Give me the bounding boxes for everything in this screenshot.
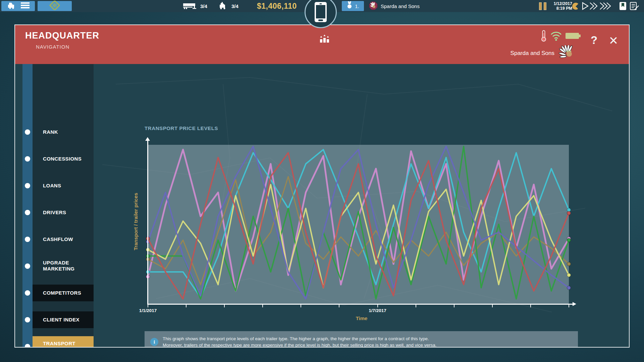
sidebar-item-drivers[interactable]: DRIVERS [33, 204, 94, 221]
x-tick [262, 304, 263, 307]
header-company-name: Sparda and Sons [511, 50, 554, 57]
notes-button[interactable] [629, 2, 639, 12]
x-tick-label: 1/1/2017 [139, 308, 157, 313]
series-endpoint-dot [567, 262, 571, 266]
window-title: HEADQUARTER [25, 31, 99, 41]
x-axis [147, 304, 573, 305]
fastest-forward-button[interactable] [599, 2, 612, 11]
help-button[interactable]: ? [587, 34, 601, 49]
sidebar-dot [25, 237, 30, 242]
fast-forward-button[interactable] [589, 2, 599, 11]
window-subtitle: NAVIGATION [36, 44, 69, 50]
sidebar-item-loans[interactable]: LOANS [33, 177, 94, 194]
series-endpoint-dot [567, 211, 571, 215]
game-datetime: 1/12/2017 8:19 PM [550, 1, 572, 11]
stats-podium-icon [319, 35, 331, 45]
chart-title: TRANSPORT PRICE LEVELS [145, 125, 218, 131]
sidebar-item-concessions[interactable]: CONCESSIONS [33, 150, 94, 167]
truck-icon [7, 2, 18, 10]
truck-cab-icon [218, 2, 229, 11]
wifi-icon [550, 31, 562, 42]
sidebar-dot [25, 317, 30, 322]
play-button[interactable] [582, 2, 589, 11]
x-tick [569, 304, 569, 307]
x-tick [454, 304, 454, 307]
close-button[interactable]: ✕ [606, 34, 621, 49]
x-tick [224, 304, 225, 307]
sidebar-item-cashflow[interactable]: CASHFLOW [33, 231, 94, 248]
medal-icon [346, 1, 353, 11]
truck-count-value: 3/4 [231, 3, 238, 9]
y-axis [147, 140, 148, 304]
y-axis-arrow [145, 137, 150, 141]
x-tick-label: 1/7/2017 [369, 308, 386, 313]
sidebar-item-client-index[interactable]: CLIENT INDEX [33, 311, 94, 328]
status-icons [540, 30, 581, 43]
battery-icon [565, 32, 581, 42]
sidebar-dot [25, 290, 30, 296]
sidebar-item-competitors[interactable]: COMPETITORS [33, 285, 94, 301]
phone-icon [315, 2, 327, 22]
info-line-2: Moreover, trailers of the respective typ… [163, 342, 436, 347]
window-content: RANK CONCESSIONS LOANS DRIVERS CASHFLOW … [15, 64, 629, 347]
rank-value: 1. [355, 3, 359, 9]
x-tick [530, 304, 531, 307]
game-date: 1/12/2017 [550, 1, 572, 6]
series-line-reefer [148, 149, 569, 297]
sidebar-dot [25, 156, 30, 162]
x-tick [301, 304, 301, 307]
temperature-icon [540, 30, 547, 43]
headquarter-window: HEADQUARTER NAVIGATION ? ✕ Sparda and So… [14, 24, 630, 348]
series-endpoint-dot [567, 273, 571, 277]
money-balance: $1,406,110 [257, 0, 297, 12]
series-line-car [148, 153, 569, 299]
trailer-count-value: 3/4 [200, 3, 207, 9]
fleet-menu-button[interactable] [1, 1, 35, 11]
sidebar-dot [25, 263, 30, 269]
bookmark-button[interactable] [619, 2, 627, 12]
sidebar-item-rank[interactable]: RANK [33, 124, 94, 140]
sidebar-dot [25, 210, 30, 215]
price-level-lines [148, 145, 569, 304]
header-company: Sparda and Sons [511, 45, 575, 61]
x-tick [377, 304, 378, 307]
x-tick [492, 304, 493, 307]
info-line-1: This graph shows the transport price lev… [163, 336, 436, 342]
x-tick [186, 304, 186, 307]
x-tick [148, 304, 148, 307]
sidebar-item-transport-price-levels[interactable]: TRANSPORT PRICE LEVELS [33, 336, 94, 347]
x-tick [339, 304, 339, 307]
sidebar-item-upgrade-marketing[interactable]: UPGRADE MARKETING [33, 256, 94, 276]
series-endpoint-dot [567, 286, 571, 290]
company-indicator: Sparda and Sons [369, 0, 420, 12]
y-axis-label: Transport / trailer prices [133, 193, 139, 250]
x-tick [416, 304, 416, 307]
sidebar-dot [25, 344, 30, 347]
phone-button[interactable] [305, 0, 337, 28]
route-diamond-icon [47, 1, 62, 11]
trailer-icon [183, 2, 198, 11]
game-time: 8:19 PM [550, 6, 572, 11]
series-line-flatbed [148, 146, 569, 299]
series-endpoint-dot [567, 238, 571, 242]
pause-button[interactable] [539, 2, 547, 10]
chart-info-box: i This graph shows the transport price l… [145, 331, 578, 347]
truck-count: 3/4 [218, 0, 238, 12]
sidebar-dot [25, 129, 30, 135]
window-header: HEADQUARTER NAVIGATION ? ✕ Sparda and So… [15, 25, 629, 64]
hamburger-icon [21, 2, 30, 10]
x-axis-label: Time [356, 315, 368, 321]
chief-logo-icon [558, 45, 575, 61]
series-line-tank [148, 146, 569, 299]
company-name: Sparda and Sons [381, 3, 420, 9]
trailer-count: 3/4 [183, 0, 207, 12]
company-logo-icon [369, 1, 378, 11]
rank-button[interactable]: 1. [342, 1, 364, 11]
daylight-clock-icon [572, 3, 579, 10]
x-axis-arrow [573, 302, 576, 306]
routes-button[interactable] [38, 1, 72, 11]
info-icon: i [150, 338, 158, 346]
sidebar-dot-rail [22, 64, 33, 347]
sidebar-dot [25, 183, 30, 188]
